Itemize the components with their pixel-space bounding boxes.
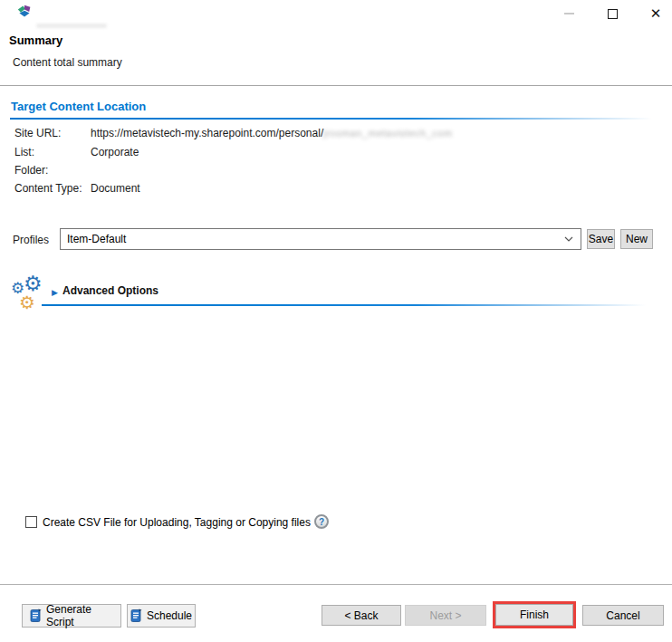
finish-button[interactable]: Finish (495, 604, 573, 626)
profiles-label: Profiles (13, 234, 49, 246)
script-icon (30, 608, 42, 623)
expander-arrow-icon[interactable]: ▶ (52, 288, 58, 297)
advanced-options-rule (42, 304, 665, 306)
profiles-selected-value: Item-Default (67, 233, 564, 245)
close-button[interactable]: ✕ (643, 4, 668, 24)
script-icon (130, 608, 142, 623)
minimize-button[interactable] (556, 4, 581, 24)
schedule-button[interactable]: Schedule (127, 604, 196, 628)
save-button[interactable]: Save (587, 229, 615, 249)
maximize-button[interactable] (600, 4, 625, 24)
schedule-label: Schedule (147, 609, 192, 622)
site-url-label: Site URL: (14, 127, 61, 139)
csv-checkbox-label: Create CSV File for Uploading, Tagging o… (43, 516, 311, 529)
next-button-disabled: Next > (405, 605, 486, 626)
target-section-title: Target Content Location (11, 100, 146, 113)
content-type-label: Content Type: (14, 182, 82, 195)
generate-script-label: Generate Script (46, 603, 113, 628)
site-url-value: https://metavistech-my.sharepoint.com/pe… (91, 127, 453, 139)
profiles-dropdown[interactable]: Item-Default (60, 228, 581, 250)
chevron-down-icon (564, 236, 573, 242)
new-button[interactable]: New (620, 229, 653, 249)
metavis-logo-icon (17, 5, 32, 19)
page-title: Summary (9, 34, 62, 47)
advanced-options-toggle[interactable]: Advanced Options (62, 284, 158, 297)
wizard-dialog: ✕ Summary Content total summary Target C… (0, 0, 672, 642)
page-subtitle: Content total summary (13, 56, 122, 69)
finish-button-highlight: Finish (493, 601, 576, 628)
help-icon[interactable]: ? (314, 514, 329, 529)
redacted-window-title (36, 24, 107, 28)
maximize-icon (608, 9, 618, 19)
target-section-rule (10, 118, 672, 120)
site-url-redacted: jrosman_metavistech_com (323, 128, 452, 139)
close-icon: ✕ (650, 5, 662, 22)
cancel-button[interactable]: Cancel (582, 605, 664, 626)
footer-separator (0, 584, 672, 585)
list-value: Corporate (91, 146, 139, 158)
gear-icon: ⚙ (19, 293, 35, 311)
list-label: List: (14, 146, 34, 158)
generate-script-button[interactable]: Generate Script (22, 604, 121, 628)
back-button[interactable]: < Back (322, 605, 401, 626)
folder-label: Folder: (14, 164, 48, 177)
header-separator (0, 85, 672, 86)
csv-checkbox[interactable] (25, 516, 37, 528)
minimize-icon (564, 13, 574, 14)
content-type-value: Document (91, 182, 140, 195)
gears-icon: ⚙ ⚙ ⚙ (11, 275, 49, 317)
